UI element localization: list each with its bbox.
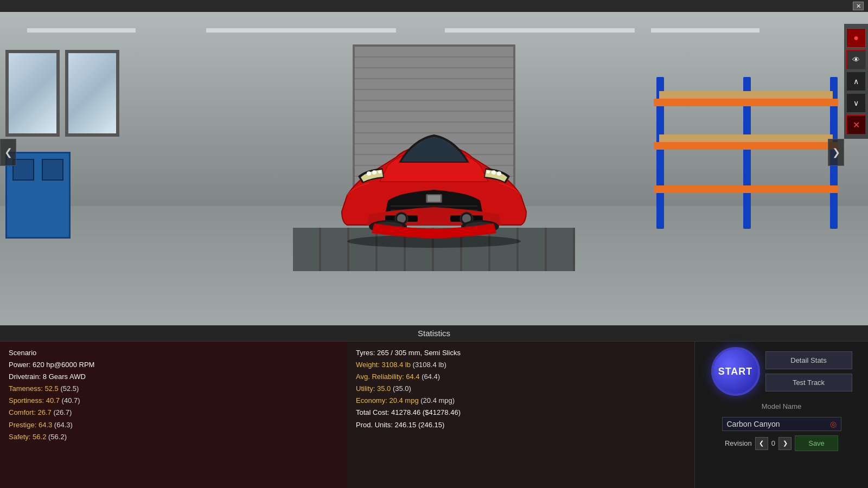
stats-panel: Statistics Scenario Power: 620 hp@6000 R…	[0, 325, 868, 488]
stats-left-col: Scenario Power: 620 hp@6000 RPM Drivetra…	[0, 342, 347, 488]
tyres-row: Tyres: 265 / 305 mm, Semi Slicks	[356, 347, 686, 359]
model-name-field[interactable]: Carbon Canyon ◎	[722, 417, 841, 431]
revision-prev-button[interactable]: ❮	[755, 437, 768, 450]
shelving	[651, 77, 846, 229]
stats-content: Scenario Power: 620 hp@6000 RPM Drivetra…	[0, 342, 868, 488]
right-nav-arrow[interactable]: ❯	[828, 139, 844, 166]
svg-point-1	[367, 171, 371, 176]
window-frame	[5, 50, 60, 137]
utility-row: Utility: 35.0 (35.0)	[356, 383, 686, 395]
right-controls: ● 👁 ∧ ∨ ✕	[844, 24, 868, 139]
ceiling-light	[651, 28, 760, 33]
prestige-row: Prestige: 64.3 (64.3)	[9, 419, 339, 431]
save-button[interactable]: Save	[795, 435, 838, 451]
ceiling-light	[27, 28, 136, 33]
left-nav-arrow[interactable]: ❮	[0, 139, 16, 166]
scroll-down-button[interactable]: ∨	[846, 93, 866, 113]
detail-stats-button[interactable]: Detail Stats	[765, 351, 852, 369]
start-button[interactable]: START	[711, 347, 760, 396]
viewport: ❮ ❯ ● 👁 ∧ ∨ ✕	[0, 12, 868, 325]
svg-point-2	[372, 170, 376, 175]
window-frame	[65, 50, 119, 137]
close-button[interactable]: ✕	[853, 2, 864, 10]
model-name-label: Model Name	[700, 400, 863, 413]
titlebar: ✕	[0, 0, 868, 12]
eye-button[interactable]: 👁	[846, 50, 866, 69]
cancel-button[interactable]: ✕	[846, 115, 866, 134]
model-name-icon[interactable]: ◎	[830, 420, 837, 428]
svg-point-5	[492, 170, 496, 175]
reliability-row: Avg. Reliability: 64.4 (64.4)	[356, 371, 686, 383]
ceiling-light	[206, 28, 396, 33]
weight-row: Weight: 3108.4 lb (3108.4 lb)	[356, 359, 686, 371]
record-button[interactable]: ●	[846, 28, 866, 48]
safety-row: Safety: 56.2 (56.2)	[9, 431, 339, 443]
power-row: Power: 620 hp@6000 RPM	[9, 359, 339, 371]
revision-next-button[interactable]: ❯	[778, 437, 792, 450]
stats-title: Statistics	[0, 325, 868, 342]
prod-units-row: Prod. Units: 246.15 (246.15)	[356, 419, 686, 431]
drivetrain-row: Drivetrain: 8 Gears AWD	[9, 371, 339, 383]
ceiling-light	[445, 28, 635, 33]
svg-rect-16	[427, 195, 441, 202]
svg-point-4	[497, 171, 501, 176]
svg-point-3	[378, 170, 381, 174]
stats-right-col: Tyres: 265 / 305 mm, Semi Slicks Weight:…	[347, 342, 694, 488]
tameness-row: Tameness: 52.5 (52.5)	[9, 383, 339, 395]
total-cost-row: Total Cost: 41278.46 ($41278.46)	[356, 407, 686, 419]
revision-row: Revision ❮ 0 ❯ Save	[725, 435, 838, 451]
economy-row: Economy: 20.4 mpg (20.4 mpg)	[356, 395, 686, 407]
comfort-row: Comfort: 26.7 (26.7)	[9, 407, 339, 419]
sportiness-row: Sportiness: 40.7 (40.7)	[9, 395, 339, 407]
stats-columns: Scenario Power: 620 hp@6000 RPM Drivetra…	[0, 342, 694, 488]
car-display	[298, 76, 570, 249]
stats-right-panel: START Detail Stats Test Track Model Name…	[694, 342, 868, 488]
test-track-button[interactable]: Test Track	[765, 374, 852, 391]
scenario-row: Scenario	[9, 347, 339, 359]
scroll-up-button[interactable]: ∧	[846, 72, 866, 91]
svg-point-6	[487, 170, 490, 174]
